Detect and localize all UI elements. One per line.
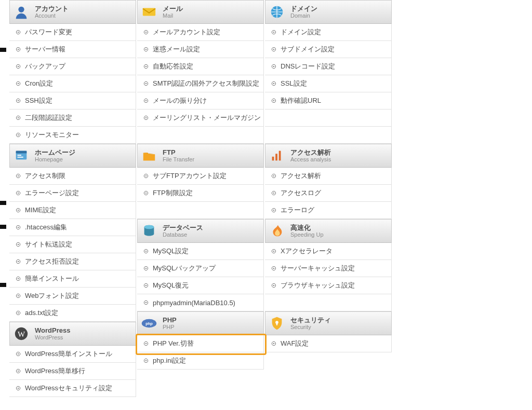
menu-item-homepage-7[interactable]: Webフォント設定 [9,288,136,305]
section-header-homepage: ホームページHomepage [9,144,136,168]
menu-item-access-0[interactable]: アクセス解析 [265,168,392,185]
svg-rect-15 [279,151,281,161]
menu-item-label: メールの振り分け [153,96,207,105]
menu-item-database-3[interactable]: phpmyadmin(MariaDB10.5) [137,294,264,311]
bullet-icon [143,115,149,120]
menu-item-wordpress-1[interactable]: WordPress簡単移行 [9,363,136,380]
menu-item-account-4[interactable]: SSH設定 [9,92,136,110]
section-header-access: アクセス解析Access analysis [265,144,392,168]
menu-item-label: アクセスログ [281,188,321,198]
menu-item-mail-0[interactable]: メールアカウント設定 [137,24,264,41]
section-header-account: アカウントAccount [9,0,136,24]
php-icon: php [141,315,157,332]
menu-item-homepage-5[interactable]: アクセス拒否設定 [9,253,136,270]
empty-row [265,294,392,311]
menu-item-domain-3[interactable]: SSL設定 [265,75,392,92]
menu-item-database-0[interactable]: MySQL設定 [137,243,264,260]
bullet-icon [143,358,149,363]
bullet-icon [143,81,149,86]
bullet-icon [143,98,149,103]
svg-point-9 [144,225,154,229]
menu-item-domain-4[interactable]: 動作確認URL [265,92,392,110]
menu-item-label: 簡単インストール [25,274,79,283]
gutter-tick [0,48,6,52]
section-header-domain: ドメインDomain [265,0,392,24]
domain-icon [269,4,285,20]
ftp-icon [141,147,157,164]
bullet-icon [16,208,21,213]
menu-item-homepage-4[interactable]: サイト転送設定 [9,236,136,253]
wordpress-icon: W [13,325,30,342]
menu-item-domain-1[interactable]: サブドメイン設定 [265,41,392,58]
bullet-icon [271,173,276,179]
menu-item-access-2[interactable]: エラーログ [265,202,392,219]
bullet-icon [16,173,21,179]
menu-item-label: Webフォント設定 [25,291,79,300]
menu-item-label: MySQLバックアップ [153,264,216,273]
menu-item-homepage-1[interactable]: エラーページ設定 [9,185,136,202]
menu-item-homepage-6[interactable]: 簡単インストール [9,270,136,288]
menu-item-account-6[interactable]: リソースモニター [9,127,136,144]
gutter-tick [0,201,6,205]
menu-item-label: リソースモニター [25,130,79,140]
section-title-jp: WordPress [35,327,70,334]
menu-item-account-5[interactable]: 二段階認証設定 [9,110,136,127]
menu-item-account-0[interactable]: パスワード変更 [9,24,136,41]
menu-item-security-0[interactable]: WAF設定 [265,335,392,352]
menu-item-label: サーバーキャッシュ設定 [281,264,355,273]
homepage-icon [13,147,30,164]
svg-point-0 [18,7,24,12]
menu-item-database-2[interactable]: MySQL復元 [137,277,264,294]
section-title-jp: アクセス解析 [290,149,331,156]
bullet-icon [143,173,149,179]
bullet-icon [16,259,21,264]
menu-item-label: 自動応答設定 [153,62,193,71]
menu-item-speed-1[interactable]: サーバーキャッシュ設定 [265,260,392,277]
menu-item-homepage-0[interactable]: アクセス制限 [9,168,136,185]
menu-item-access-1[interactable]: アクセスログ [265,185,392,202]
menu-item-mail-3[interactable]: SMTP認証の国外アクセス制限設定 [137,75,264,92]
database-icon [141,223,157,239]
menu-item-ftp-0[interactable]: サブFTPアカウント設定 [137,168,264,185]
menu-item-wordpress-2[interactable]: WordPressセキュリティ設定 [9,380,136,397]
menu-item-label: SMTP認証の国外アクセス制限設定 [153,79,259,88]
bullet-icon [16,386,21,391]
menu-item-label: 迷惑メール設定 [153,45,200,54]
bullet-icon [16,98,21,103]
menu-item-homepage-8[interactable]: ads.txt設定 [9,305,136,322]
section-title-en: Access analysis [290,156,331,162]
bullet-icon [16,310,21,316]
menu-item-label: MySQL復元 [153,281,189,290]
menu-item-mail-5[interactable]: メーリングリスト・メールマガジン [137,110,264,127]
menu-item-mail-4[interactable]: メールの振り分け [137,92,264,110]
menu-item-label: ads.txt設定 [25,308,58,318]
menu-item-label: サブドメイン設定 [281,45,335,54]
bullet-icon [271,64,276,69]
menu-item-php-1[interactable]: php.ini設定 [137,352,264,370]
menu-item-homepage-3[interactable]: .htaccess編集 [9,219,136,236]
menu-item-account-2[interactable]: バックアップ [9,58,136,75]
menu-item-speed-0[interactable]: Xアクセラレータ [265,243,392,260]
menu-item-mail-1[interactable]: 迷惑メール設定 [137,41,264,58]
menu-item-wordpress-0[interactable]: WordPress簡単インストール [9,346,136,363]
section-title-jp: 高速化 [290,224,324,231]
bullet-icon [16,368,21,374]
menu-item-account-3[interactable]: Cron設定 [9,75,136,92]
menu-item-account-1[interactable]: サーバー情報 [9,41,136,58]
menu-item-label: WAF設定 [281,339,309,348]
menu-item-database-1[interactable]: MySQLバックアップ [137,260,264,277]
menu-item-mail-2[interactable]: 自動応答設定 [137,58,264,75]
bullet-icon [16,115,21,120]
column-1: メールMailメールアカウント設定迷惑メール設定自動応答設定SMTP認証の国外ア… [137,0,264,397]
bullet-icon [143,47,149,52]
menu-item-domain-2[interactable]: DNSレコード設定 [265,58,392,75]
menu-item-ftp-1[interactable]: FTP制限設定 [137,185,264,202]
menu-item-domain-0[interactable]: ドメイン設定 [265,24,392,41]
empty-row [265,110,392,127]
svg-rect-13 [272,157,274,161]
menu-item-speed-2[interactable]: ブラウザキャッシュ設定 [265,277,392,294]
bullet-icon [271,190,276,196]
menu-item-php-0[interactable]: PHP Ver.切替 [137,335,264,352]
bullet-icon [143,190,149,196]
menu-item-homepage-2[interactable]: MIME設定 [9,202,136,219]
